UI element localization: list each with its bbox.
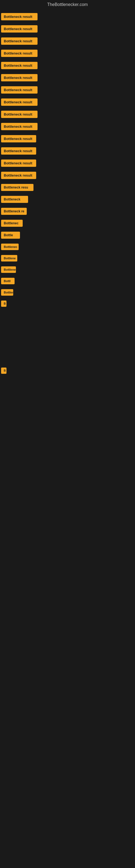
bottleneck-badge[interactable]: Bottleneck result bbox=[1, 111, 38, 118]
bottleneck-badge[interactable]: Bottleneck result bbox=[1, 74, 38, 82]
list-item[interactable]: Bottleneck result bbox=[0, 96, 135, 108]
bottleneck-badge[interactable]: Bottleneck result bbox=[1, 13, 38, 20]
bottleneck-badge[interactable]: Bottleneck resu bbox=[1, 184, 34, 191]
bottleneck-badge[interactable]: Bottleneck bbox=[1, 267, 16, 273]
list-item[interactable]: Bottleneck result bbox=[0, 48, 135, 59]
bottleneck-badge[interactable]: Bottlenec bbox=[1, 244, 18, 250]
list-item[interactable]: Bottleneck result bbox=[0, 145, 135, 157]
list-item[interactable]: Bottleneck result bbox=[0, 35, 135, 47]
list-item[interactable]: Bottleneck resu bbox=[0, 182, 135, 193]
list-item[interactable]: Bottleneck result bbox=[0, 169, 135, 181]
list-item[interactable]: Bottleneck result bbox=[0, 108, 135, 120]
bottleneck-badge[interactable]: Bottleneck result bbox=[1, 147, 36, 155]
list-item[interactable]: Bottlene bbox=[0, 287, 135, 298]
bottleneck-badge[interactable]: Bottleneck result bbox=[1, 37, 38, 45]
bottleneck-badge[interactable]: Bottleneck result bbox=[1, 98, 38, 106]
bottleneck-badge[interactable]: Bottleneck result bbox=[1, 135, 36, 143]
bottleneck-badge[interactable]: Bottle bbox=[1, 231, 20, 239]
bottleneck-badge[interactable]: Bottl bbox=[1, 278, 14, 284]
empty-section-2 bbox=[0, 376, 135, 431]
bottleneck-badge[interactable]: Bottleneck result bbox=[1, 159, 36, 167]
list-item[interactable]: Bottle bbox=[0, 229, 135, 241]
bottleneck-badge[interactable]: B bbox=[1, 301, 6, 307]
bottleneck-badge[interactable]: Bottlenec bbox=[1, 220, 23, 227]
bottleneck-badge[interactable]: Bottlene bbox=[1, 255, 17, 261]
bottleneck-badge[interactable]: Bottleneck result bbox=[1, 25, 38, 33]
list-item[interactable]: Bottleneck result bbox=[0, 157, 135, 169]
list-item[interactable]: Bottleneck result bbox=[0, 121, 135, 132]
list-item[interactable]: Bottleneck re bbox=[0, 206, 135, 217]
empty-section-1 bbox=[0, 311, 135, 365]
bottleneck-badge[interactable]: Bottleneck result bbox=[1, 62, 38, 69]
list-item[interactable]: Bottlenec bbox=[0, 241, 135, 252]
bottleneck-badge[interactable]: Bottlene bbox=[1, 289, 13, 296]
list-item[interactable]: Bottlene bbox=[0, 253, 135, 264]
list-item[interactable]: Bottleneck result bbox=[0, 60, 135, 71]
list-item[interactable]: Bottl bbox=[0, 276, 135, 286]
list-item-tiny[interactable]: B bbox=[0, 365, 135, 376]
site-title-text: TheBottlenecker.com bbox=[47, 2, 88, 7]
bottleneck-badge[interactable]: Bottleneck result bbox=[1, 123, 38, 130]
list-item[interactable]: B bbox=[0, 299, 135, 309]
bottleneck-list: Bottleneck result Bottleneck result Bott… bbox=[0, 9, 135, 311]
bottleneck-badge[interactable]: Bottleneck result bbox=[1, 86, 38, 94]
bottleneck-badge[interactable]: Bottleneck result bbox=[1, 50, 38, 57]
empty-section-3 bbox=[0, 431, 135, 485]
list-item[interactable]: Bottleneck result bbox=[0, 11, 135, 23]
list-item[interactable]: Bottleneck result bbox=[0, 23, 135, 35]
list-item[interactable]: Bottlenec bbox=[0, 218, 135, 229]
site-title: TheBottlenecker.com bbox=[0, 0, 135, 9]
bottleneck-badge-tiny[interactable]: B bbox=[1, 368, 6, 374]
list-item[interactable]: Bottleneck bbox=[0, 194, 135, 205]
list-item[interactable]: Bottleneck bbox=[0, 264, 135, 275]
list-item[interactable]: Bottleneck result bbox=[0, 84, 135, 96]
bottleneck-badge[interactable]: Bottleneck bbox=[1, 196, 28, 203]
bottleneck-badge[interactable]: Bottleneck re bbox=[1, 208, 27, 215]
list-item[interactable]: Bottleneck result bbox=[0, 72, 135, 84]
bottleneck-badge[interactable]: Bottleneck result bbox=[1, 172, 36, 179]
list-item[interactable]: Bottleneck result bbox=[0, 133, 135, 145]
